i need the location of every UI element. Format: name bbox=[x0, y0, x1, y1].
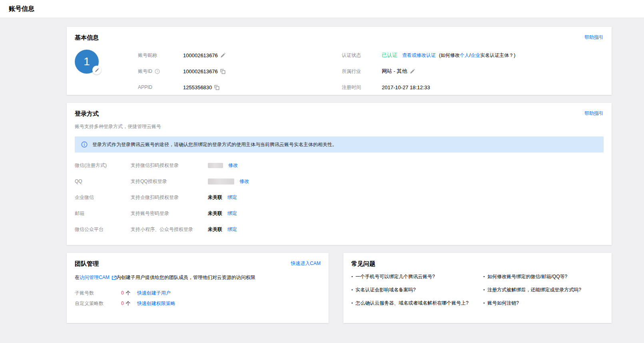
login-method-desc: 支持账号密码登录 bbox=[131, 210, 208, 217]
basic-info-left-column: 账号昵称 100002613676 账号ID ? 100002613676 bbox=[138, 47, 342, 95]
faq-item[interactable]: 一个手机号可以绑定几个腾讯云账号? bbox=[351, 273, 483, 280]
appid-label: APPID bbox=[138, 84, 152, 90]
login-method-action-link[interactable]: 绑定 bbox=[227, 210, 237, 217]
page-header: 账号信息 bbox=[0, 0, 644, 18]
avatar[interactable]: 1 bbox=[75, 50, 99, 74]
faq-title: 常见问题 bbox=[351, 260, 375, 268]
enterprise-auth-link[interactable]: 企业 bbox=[471, 52, 480, 58]
login-method-name: 微信公众平台 bbox=[75, 226, 131, 233]
nickname-label: 账号昵称 bbox=[138, 52, 157, 59]
appid-row: APPID 1255356830 bbox=[138, 79, 342, 95]
login-method-row: 微信公众平台 支持小程序、公众号授权登录 未关联 绑定 bbox=[75, 221, 604, 237]
login-method-row: 企业微信 支持企微扫码授权登录 未关联 绑定 bbox=[75, 189, 604, 205]
login-method-row: 邮箱 支持账号密码登录 未关联 绑定 bbox=[75, 205, 604, 221]
login-method-name: 微信(注册方式) bbox=[75, 162, 131, 169]
avatar-edit-icon[interactable] bbox=[92, 66, 101, 74]
login-method-name: 企业微信 bbox=[75, 194, 131, 201]
login-method-status: 未关联 bbox=[208, 226, 222, 233]
faq-item[interactable]: 怎么确认云服务器、域名或者域名解析在哪个账号上? bbox=[351, 300, 483, 307]
auth-status-label: 认证状态 bbox=[342, 52, 361, 59]
login-method-desc: 支持微信扫码授权登录 bbox=[131, 162, 208, 169]
basic-info-title: 基本信息 bbox=[75, 34, 99, 42]
basic-info-help-link[interactable]: 帮助指引 bbox=[584, 34, 604, 41]
faq-column-right: 如何修改账号绑定的微信/邮箱/QQ等?注册方式被解绑后，还能绑定成登录方式吗?账… bbox=[483, 273, 604, 313]
login-method-desc: 支持QQ授权登录 bbox=[131, 178, 208, 185]
view-modify-auth-link[interactable]: 查看或修改认证 bbox=[402, 52, 436, 59]
faq-card: 常见问题 一个手机号可以绑定几个腾讯云账号?实名认证会影响域名备案吗?怎么确认云… bbox=[343, 253, 612, 323]
team-description: 在访问管理CAM内创建子用户提供给您的团队成员，管理他们对云资源的访问权限 bbox=[75, 274, 321, 281]
team-desc-suffix: 内创建子用户提供给您的团队成员，管理他们对云资源的访问权限 bbox=[116, 275, 255, 280]
register-time-row: 注册时间 2017-10-27 18:12:33 bbox=[342, 79, 604, 95]
avatar-initial: 1 bbox=[84, 55, 90, 68]
cam-console-link[interactable]: 访问管理CAM bbox=[80, 274, 116, 281]
stat-action-link[interactable]: 快速创建权限策略 bbox=[137, 300, 175, 307]
main-content: 基本信息 帮助指引 1 账号昵称 100002613676 bbox=[67, 27, 612, 331]
edit-nickname-icon[interactable] bbox=[220, 53, 225, 58]
faq-item[interactable]: 注册方式被解绑后，还能绑定成登录方式吗? bbox=[483, 287, 604, 293]
faq-columns: 一个手机号可以绑定几个腾讯云账号?实名认证会影响域名备案吗?怎么确认云服务器、域… bbox=[351, 273, 604, 313]
copy-account-id-icon[interactable] bbox=[220, 69, 225, 74]
register-time-value: 2017-10-27 18:12:33 bbox=[382, 84, 430, 90]
team-stats: 子账号数 0 个 快速创建子用户 自定义策略数 0 个 快速创建权限策略 bbox=[75, 288, 321, 309]
page-title: 账号信息 bbox=[9, 5, 34, 13]
login-method-action-link[interactable]: 修改 bbox=[239, 178, 249, 185]
login-method-desc: 支持小程序、公众号授权登录 bbox=[131, 226, 208, 233]
stat-count: 0 bbox=[121, 301, 124, 306]
banner-text: 登录方式作为登录腾讯云账号的途径，请确认您所绑定的登录方式的使用主体与当前腾讯云… bbox=[92, 141, 337, 148]
help-icon[interactable]: ? bbox=[155, 69, 160, 74]
info-icon bbox=[81, 141, 88, 148]
login-method-name: 邮箱 bbox=[75, 210, 131, 217]
faq-item[interactable]: 账号如何注销? bbox=[483, 300, 604, 307]
personal-auth-link[interactable]: 个人 bbox=[460, 52, 469, 58]
masked-account-value bbox=[208, 179, 234, 185]
login-method-row: 微信(注册方式) 支持微信扫码授权登录 修改 bbox=[75, 157, 604, 173]
login-methods-title: 登录方式 bbox=[75, 110, 99, 118]
login-methods-list: 微信(注册方式) 支持微信扫码授权登录 修改 QQ 支持QQ授权登录 修 bbox=[75, 157, 604, 237]
external-link-icon bbox=[112, 275, 116, 280]
bottom-row: 团队管理 快速进入CAM 在访问管理CAM内创建子用户提供给您的团队成员，管理他… bbox=[67, 253, 612, 331]
faq-item[interactable]: 如何修改账号绑定的微信/邮箱/QQ等? bbox=[483, 273, 604, 280]
industry-row: 所属行业 网站 - 其他 bbox=[342, 63, 604, 79]
industry-label: 所属行业 bbox=[342, 68, 361, 75]
login-method-row: QQ 支持QQ授权登录 修改 bbox=[75, 173, 604, 189]
industry-value: 网站 - 其他 bbox=[382, 68, 407, 75]
login-method-action-link[interactable]: 修改 bbox=[228, 162, 238, 169]
account-id-value: 100002613676 bbox=[183, 68, 218, 74]
team-desc-prefix: 在 bbox=[75, 275, 80, 280]
register-time-label: 注册时间 bbox=[342, 84, 361, 91]
auth-note-suffix: 实名认证主体？) bbox=[480, 52, 515, 58]
masked-account-value bbox=[208, 163, 223, 168]
login-help-link[interactable]: 帮助指引 bbox=[584, 110, 604, 117]
login-methods-subtitle: 账号支持多种登录方式，便捷管理云账号 bbox=[75, 123, 604, 130]
auth-status-badge: 已认证 bbox=[382, 52, 397, 59]
basic-info-card: 基本信息 帮助指引 1 账号昵称 100002613676 bbox=[67, 27, 612, 95]
auth-status-row: 认证状态 已认证 查看或修改认证 (如何修改个人/企业实名认证主体？) bbox=[342, 47, 604, 63]
auth-note: (如何修改个人/企业实名认证主体？) bbox=[439, 52, 515, 59]
team-stat-row: 自定义策略数 0 个 快速创建权限策略 bbox=[75, 298, 321, 309]
login-method-desc: 支持企微扫码授权登录 bbox=[131, 194, 208, 201]
stat-unit: 个 bbox=[126, 290, 131, 297]
login-method-action-link[interactable]: 绑定 bbox=[227, 194, 237, 201]
login-method-name: QQ bbox=[75, 179, 131, 184]
login-method-status: 未关联 bbox=[208, 210, 222, 217]
account-id-row: 账号ID ? 100002613676 bbox=[138, 63, 342, 79]
faq-item[interactable]: 实名认证会影响域名备案吗? bbox=[351, 287, 483, 293]
svg-text:?: ? bbox=[156, 70, 158, 73]
enter-cam-link[interactable]: 快速进入CAM bbox=[291, 260, 321, 267]
nickname-row: 账号昵称 100002613676 bbox=[138, 47, 342, 63]
login-method-action-link[interactable]: 绑定 bbox=[227, 226, 237, 233]
team-stat-row: 子账号数 0 个 快速创建子用户 bbox=[75, 288, 321, 298]
copy-appid-icon[interactable] bbox=[214, 85, 219, 90]
avatar-area: 1 bbox=[75, 47, 138, 95]
login-method-status: 未关联 bbox=[208, 194, 222, 201]
edit-industry-icon[interactable] bbox=[410, 69, 415, 74]
team-management-title: 团队管理 bbox=[75, 260, 99, 268]
account-id-label: 账号ID bbox=[138, 68, 152, 75]
login-methods-card: 登录方式 帮助指引 账号支持多种登录方式，便捷管理云账号 登录方式作为登录腾讯云… bbox=[67, 103, 612, 245]
faq-column-left: 一个手机号可以绑定几个腾讯云账号?实名认证会影响域名备案吗?怎么确认云服务器、域… bbox=[351, 273, 483, 313]
stat-action-link[interactable]: 快速创建子用户 bbox=[137, 290, 171, 297]
stat-label: 自定义策略数 bbox=[75, 300, 121, 307]
stat-unit: 个 bbox=[126, 300, 131, 307]
stat-label: 子账号数 bbox=[75, 290, 121, 297]
login-info-banner: 登录方式作为登录腾讯云账号的途径，请确认您所绑定的登录方式的使用主体与当前腾讯云… bbox=[75, 136, 604, 152]
